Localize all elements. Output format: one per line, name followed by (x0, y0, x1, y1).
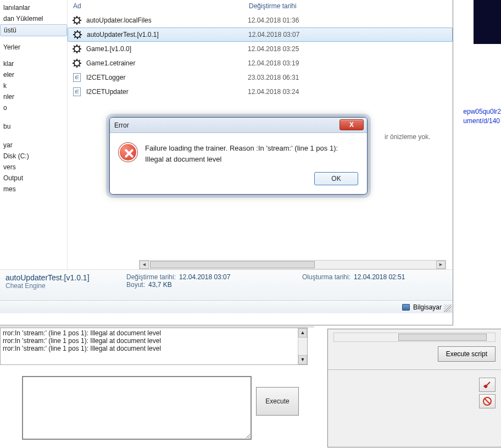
sidebar-item[interactable]: yar (0, 140, 67, 151)
dropper-tool-button[interactable] (479, 378, 496, 392)
document-icon: ∈ (72, 87, 82, 97)
code-snippet: epw05qu0lr2 ument/d/140 (463, 107, 501, 126)
svg-point-27 (74, 60, 80, 66)
console-output[interactable]: rror:In 'stream:' (line 1 pos 1): Illega… (0, 328, 308, 365)
file-row[interactable]: autoUpdater.localFiles12.04.2018 01:36 (68, 13, 453, 27)
console-panel: rror:In 'stream:' (line 1 pos 1): Illega… (0, 328, 308, 440)
console-line: rror:In 'stream:' (line 1 pos 1): Illega… (3, 337, 305, 345)
scroll-right-arrow[interactable]: ► (436, 261, 446, 269)
svg-rect-21 (73, 48, 75, 49)
scroll-up-arrow[interactable]: ▲ (298, 328, 307, 338)
status-computer-label: Bilgisayar (413, 303, 442, 311)
svg-point-9 (75, 32, 80, 37)
svg-rect-30 (73, 63, 75, 64)
file-row[interactable]: ∈I2CETLogger23.03.2018 06:31 (68, 70, 453, 85)
sidebar-item[interactable]: Output (0, 173, 67, 184)
script-panel: Execute script (327, 329, 501, 447)
details-create-value: 12.04.2018 02:51 (354, 273, 405, 281)
document-icon: ∈ (72, 73, 82, 82)
file-date: 12.04.2018 03:07 (248, 31, 299, 38)
scroll-thumb[interactable] (398, 334, 487, 341)
dialog-title-text: Error (114, 121, 129, 129)
execute-script-button[interactable]: Execute script (438, 346, 496, 362)
cancel-tool-button[interactable] (479, 394, 496, 408)
svg-rect-20 (76, 51, 77, 53)
sidebar-item[interactable]: dan Yüklemel (0, 13, 67, 24)
svg-rect-13 (80, 34, 82, 35)
sidebar-item[interactable]: bu (0, 121, 67, 132)
sidebar-item[interactable]: lanılanlar (0, 2, 67, 13)
file-date: 12.04.2018 03:19 (248, 59, 299, 67)
sidebar-item[interactable]: o (0, 102, 67, 113)
details-mod-value: 12.04.2018 03:07 (179, 273, 230, 281)
file-name: I2CETUpdater (86, 88, 248, 96)
svg-rect-31 (79, 63, 81, 64)
error-dialog: Error X Failure loading the trainer. Rea… (109, 117, 368, 195)
svg-rect-12 (73, 34, 75, 35)
details-create-label: Oluşturma tarihi: (302, 273, 350, 281)
sidebar-item[interactable]: üstü (0, 24, 67, 36)
file-name: I2CETLogger (86, 74, 248, 81)
sidebar-item[interactable]: vers (0, 162, 67, 173)
file-row[interactable]: autoUpdaterTest.[v1.0.1]12.04.2018 03:07 (68, 27, 453, 42)
column-header-date[interactable]: Değiştirme tarihi (249, 2, 297, 10)
dropper-icon (482, 379, 493, 390)
sidebar-item[interactable]: mes (0, 184, 67, 195)
computer-icon (402, 304, 410, 311)
svg-rect-19 (76, 45, 77, 47)
svg-rect-1 (76, 16, 77, 18)
file-name: Game1.[v1.0.0] (86, 45, 248, 53)
dialog-ok-button[interactable]: OK (314, 172, 358, 185)
svg-point-18 (74, 46, 80, 52)
explorer-sidebar: lanılanlardan YüklemelüstüYerlerklareler… (0, 0, 68, 269)
file-row[interactable]: Game1.[v1.0.0]12.04.2018 03:25 (68, 42, 453, 56)
sidebar-item[interactable]: eler (0, 69, 67, 80)
column-header-name[interactable]: Ad (73, 2, 249, 10)
svg-rect-10 (77, 30, 78, 32)
preview-pane-text: ir önizleme yok. (374, 133, 456, 141)
sidebar-item[interactable]: Yerler (0, 42, 67, 53)
details-size-value: 43,7 KB (148, 281, 172, 289)
resize-grip[interactable] (444, 305, 452, 312)
svg-rect-11 (77, 37, 78, 39)
console-input[interactable] (22, 376, 252, 440)
status-bar: Bilgisayar (0, 300, 453, 313)
file-date: 12.04.2018 01:36 (248, 16, 299, 24)
scroll-thumb[interactable] (150, 261, 315, 268)
file-row[interactable]: Game1.cetrainer12.04.2018 03:19 (68, 56, 453, 70)
file-row[interactable]: ∈I2CETUpdater12.04.2018 03:24 (68, 85, 453, 99)
svg-rect-22 (79, 48, 81, 49)
cheat-engine-icon (72, 44, 82, 54)
error-icon (119, 143, 137, 162)
svg-rect-2 (76, 23, 77, 25)
sidebar-item[interactable]: k (0, 80, 67, 91)
cheat-engine-icon (73, 30, 82, 40)
file-name: Game1.cetrainer (86, 59, 248, 67)
dialog-close-button[interactable]: X (339, 119, 364, 130)
details-size-label: Boyut: (126, 281, 145, 289)
svg-rect-3 (73, 20, 75, 21)
details-filetype: Cheat Engine (5, 282, 126, 290)
svg-rect-29 (76, 65, 77, 68)
svg-rect-4 (79, 20, 81, 21)
divider (328, 369, 501, 370)
details-bar: autoUpdaterTest.[v1.0.1] Cheat Engine De… (0, 269, 453, 300)
file-name: autoUpdaterTest.[v1.0.1] (87, 31, 248, 38)
sidebar-item[interactable]: Disk (C:) (0, 151, 67, 162)
sidebar-item[interactable]: nler (0, 91, 67, 102)
console-line: rror:In 'stream:' (line 1 pos 1): Illega… (3, 345, 305, 352)
sidebar-item[interactable]: klar (0, 58, 67, 69)
console-line: rror:In 'stream:' (line 1 pos 1): Illega… (3, 329, 305, 337)
file-list-hscrollbar[interactable]: ◄ ► (139, 260, 446, 269)
dialog-titlebar[interactable]: Error X (110, 118, 367, 133)
svg-point-0 (74, 18, 80, 23)
background-dark-strip (474, 0, 501, 44)
details-mod-label: Değiştirme tarihi: (126, 273, 176, 281)
script-hscrollbar[interactable] (333, 333, 496, 342)
scroll-down-arrow[interactable]: ▼ (298, 355, 307, 364)
file-date: 23.03.2018 06:31 (248, 74, 299, 81)
console-vscrollbar[interactable]: ▲ ▼ (298, 328, 307, 364)
execute-button[interactable]: Execute (256, 387, 299, 416)
cheat-engine-icon (72, 15, 82, 25)
scroll-left-arrow[interactable]: ◄ (140, 261, 149, 269)
